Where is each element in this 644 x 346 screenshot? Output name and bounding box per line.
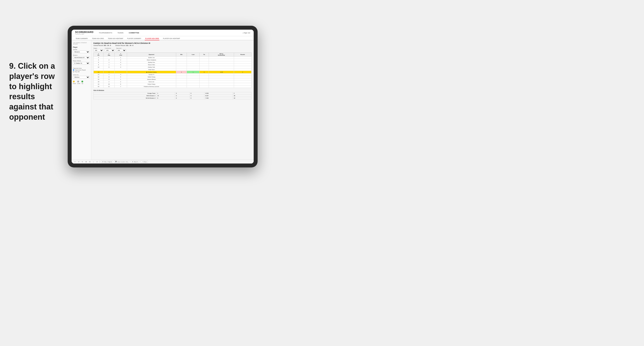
- player-rank-select[interactable]: 8. Katelyn Vo: [73, 62, 90, 65]
- table-cell: [187, 85, 200, 88]
- table-cell: 18: [94, 81, 104, 83]
- table-row[interactable]: 914Sharon Mun: [94, 64, 252, 66]
- table-cell: 6: [114, 83, 127, 85]
- table-cell: Eunice Yi: [127, 73, 176, 76]
- redo-btn[interactable]: ↺: [78, 161, 80, 163]
- table-cell: [187, 59, 200, 61]
- table-cell: [176, 59, 187, 61]
- table-cell: [200, 59, 209, 61]
- table-cell: [209, 59, 234, 61]
- level-circle: [77, 81, 79, 82]
- table-row[interactable]: 1822Euna Lee: [94, 81, 252, 83]
- table-row[interactable]: 1474Eunice Yi: [94, 73, 252, 76]
- col-opponent: Opponent: [127, 53, 176, 56]
- table-cell: Alexis Sudjianto: [127, 59, 176, 61]
- table-cell: Jessica Mason: [127, 78, 176, 81]
- view-original-btn[interactable]: 👁 View: Original: [101, 161, 113, 163]
- plus-btn[interactable]: +: [92, 161, 94, 163]
- player-h2h-table: #Div #Reg #Conf Opponent Win Loss Tie Di…: [94, 52, 252, 88]
- table-row[interactable]: 1691Jessica Mason: [94, 78, 252, 81]
- table-row[interactable]: 131▶ Jessica Huang010-3.002: [94, 71, 252, 73]
- table-row[interactable]: 1585Stella Cheng: [94, 76, 252, 78]
- colour-legend: Down Level Up: [73, 81, 90, 84]
- table-cell: -3.00: [209, 71, 234, 73]
- table-cell: [209, 78, 234, 81]
- nav-committee[interactable]: COMMITTEE: [128, 31, 140, 34]
- table-cell: 3: [114, 61, 127, 64]
- table-cell: [200, 66, 209, 68]
- circle-btn[interactable]: ⊙: [96, 161, 98, 163]
- nav-tournaments[interactable]: TOURNAMENTS: [98, 31, 113, 34]
- division-record-label: Division Record: 331 - 34 - 6: [115, 45, 133, 46]
- nav-bar: SCOREBOARD Powered by clippd TOURNAMENTS…: [72, 30, 254, 36]
- table-cell: [200, 81, 209, 83]
- gender-select[interactable]: Women's: [73, 51, 90, 53]
- sign-out[interactable]: | Sign out: [243, 32, 250, 34]
- table-cell: [234, 59, 252, 61]
- gender-label: Gender: [73, 49, 90, 50]
- opponent-select[interactable]: (All): [116, 49, 126, 52]
- tab-team-h2h-grid[interactable]: TEAM H2H GRID: [92, 37, 104, 40]
- table-cell: [187, 73, 200, 76]
- conference-select[interactable]: (All): [105, 49, 115, 52]
- table-cell: 1: [187, 71, 200, 73]
- minus-btn[interactable]: ⊟: [89, 161, 91, 163]
- table-cell: [234, 56, 252, 59]
- out-division-row[interactable]: NAIA Division 115009.26730: [94, 95, 252, 97]
- opponent-label: Opponent: [116, 47, 126, 49]
- tab-team-summary[interactable]: TEAM SUMMARY: [75, 37, 88, 40]
- watch-btn[interactable]: 👁 Watch ▾: [131, 161, 139, 163]
- table-cell: [187, 83, 200, 85]
- table-cell: 2: [114, 81, 127, 83]
- table-row[interactable]: 1063Andrea York: [94, 66, 252, 68]
- opponent-view-section: Opponent view Opponents Played Top 100: [73, 68, 90, 72]
- out-division-row[interactable]: Foreign Team1004.5002: [94, 92, 252, 95]
- table-row[interactable]: 31Esther Lee: [94, 56, 252, 59]
- grid-btn[interactable]: ⊞: [85, 161, 87, 163]
- table-row[interactable]: 19106Emily Chang: [94, 83, 252, 85]
- table-cell: 5: [114, 76, 127, 78]
- table-cell: [200, 73, 209, 76]
- down-label: Down: [73, 83, 76, 84]
- division-select[interactable]: NCAA Division III: [73, 56, 90, 59]
- table-cell: [200, 76, 209, 78]
- undo-btn[interactable]: ↩: [74, 161, 76, 163]
- colour-by-select[interactable]: Win/loss: [73, 76, 90, 78]
- save-icon: 💾: [115, 161, 117, 163]
- table-cell: 2: [234, 71, 252, 73]
- table-row[interactable]: Heeji Hyun: [94, 68, 252, 71]
- division-label: Division: [73, 54, 90, 56]
- tablet-screen: SCOREBOARD Powered by clippd TOURNAMENTS…: [72, 30, 254, 164]
- table-cell: [200, 83, 209, 85]
- forward-btn[interactable]: ↻: [81, 161, 84, 163]
- grid-title: Katelyn Vo Head-to-Head Grid for Women's…: [94, 42, 252, 44]
- nav-teams[interactable]: TEAMS: [116, 31, 124, 34]
- col-div: #Div: [94, 53, 104, 56]
- share-btn[interactable]: ↗ Share: [140, 161, 148, 163]
- table-cell: [234, 73, 252, 76]
- table-row[interactable]: 20117Federica Domecq Lacroze: [94, 85, 252, 88]
- table-cell: [187, 68, 200, 71]
- tab-player-h2h-grid[interactable]: PLAYER H2H GRID: [145, 37, 159, 40]
- up-circle: [82, 81, 83, 82]
- table-cell: [176, 73, 187, 76]
- table-cell: 3: [114, 66, 127, 68]
- save-custom-btn[interactable]: 💾 Save Custom View: [114, 161, 130, 163]
- table-cell: 2: [104, 59, 114, 61]
- instruction-body: Click on a player's row to highlight res…: [9, 61, 55, 121]
- table-row[interactable]: 613Sydney Kuo: [94, 61, 252, 64]
- out-division-row[interactable]: NCAA Division 25007.40010: [94, 97, 252, 99]
- col-conf: #Conf: [114, 53, 127, 56]
- tab-player-h2h-heatmap[interactable]: PLAYER H2H HEATMAP: [162, 37, 180, 40]
- col-rounds: Rounds: [234, 53, 252, 56]
- radio-opponents-played[interactable]: Opponents Played: [73, 69, 90, 71]
- table-cell: [209, 81, 234, 83]
- tab-team-h2h-heatmap[interactable]: TEAM H2H HEATMAP: [108, 37, 124, 40]
- table-row[interactable]: 522Alexis Sudjianto: [94, 59, 252, 61]
- table-cell: 6: [104, 66, 114, 68]
- region-select[interactable]: (All): [94, 49, 104, 52]
- radio-top-100[interactable]: Top 100: [73, 71, 90, 72]
- tab-player-summary[interactable]: PLAYER SUMMARY: [127, 37, 142, 40]
- table-cell: [234, 76, 252, 78]
- table-cell: 20: [94, 85, 104, 88]
